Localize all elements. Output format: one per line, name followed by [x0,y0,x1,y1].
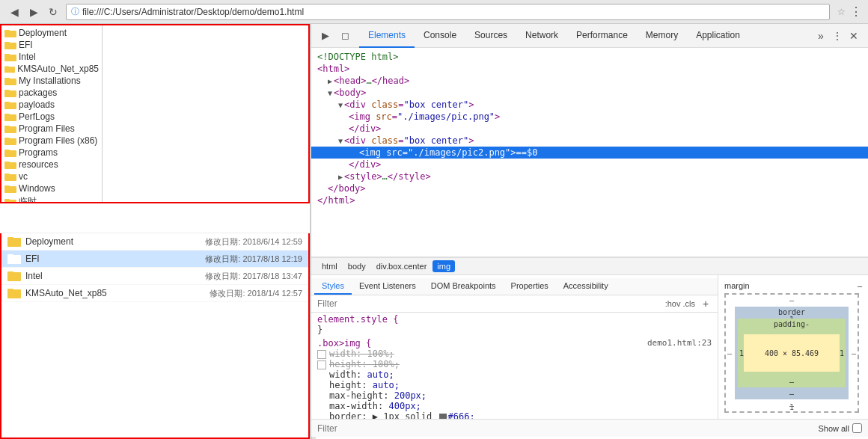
breadcrumb-item-div.box.center[interactable]: div.box.center [372,260,432,272]
html-tree-line[interactable]: <img src="./images/pic.png"> [311,111,868,123]
styles-tabs: StylesEvent ListenersDOM BreakpointsProp… [311,278,718,295]
margin-left: – [727,349,732,357]
html-tree: <!DOCTYPE html><html>▶ <head>…</head>▼ <… [311,48,868,257]
padding-right: 1 [840,349,844,357]
tab-memory[interactable]: Memory [637,24,687,48]
svg-rect-25 [4,174,10,176]
margin-right: – [852,349,856,357]
list-item[interactable]: KMSAuto_Net_xp85 修改日期: 2018/1/4 12:57 [1,285,308,302]
devtools-panel: ▶ ◻ ElementsConsoleSourcesNetworkPerform… [311,24,868,439]
list-item[interactable]: Deployment 修改日期: 2018/6/14 12:59 [1,233,308,251]
tree-item[interactable]: Programs [1,147,102,159]
html-tree-line[interactable]: <img src="./images/pic2.png"> == $0 [311,147,868,159]
styles-left: StylesEvent ListenersDOM BreakpointsProp… [311,275,718,419]
html-tree-line[interactable]: <html> [311,63,868,75]
svg-rect-7 [4,66,9,68]
devtools-content: <!DOCTYPE html><html>▶ <head>…</head>▼ <… [311,48,868,437]
nav-buttons: ◀ ▶ ↻ [6,4,61,20]
browser-chrome: ◀ ▶ ↻ ⓘ file:///C:/Users/Administrator/D… [0,0,868,24]
tree-item[interactable]: My Installations [1,75,102,87]
tree-item[interactable]: Program Files [1,123,102,135]
prop-checkbox-1[interactable] [317,350,326,359]
styles-tab-accessibility[interactable]: Accessibility [556,278,616,295]
padding-label: padding- [774,320,810,328]
list-item[interactable]: EFI 修改日期: 2017/8/18 12:19 [1,251,308,268]
tree-item[interactable]: resources [1,159,102,171]
styles-tab-properties[interactable]: Properties [504,278,556,295]
svg-rect-1 [4,30,10,32]
tree-item[interactable]: EFI [1,39,102,51]
html-tree-line[interactable]: </div> [311,159,868,171]
svg-rect-29 [4,199,10,201]
breadcrumb-item-html[interactable]: html [317,260,342,272]
tab-network[interactable]: Network [516,24,567,48]
detail-list: Deployment 修改日期: 2018/6/14 12:59 EFI 修改日… [1,233,308,438]
address-bar[interactable]: ⓘ file:///C:/Users/Administrator/Desktop… [66,4,830,20]
inspect-icon[interactable]: ▶ [317,28,334,44]
styles-tab-styles[interactable]: Styles [314,278,352,295]
filter-bar: :hov .cls + [311,295,718,313]
html-tree-line[interactable]: </body> [311,182,868,194]
box-model-diagram: – – – – border 1 padding- [724,293,859,413]
tree-item[interactable]: Deployment [1,27,102,39]
bottom-filter-bar: Show all [311,419,868,437]
tree-item[interactable]: Program Files (x86) [1,135,102,147]
svg-rect-33 [7,254,13,257]
svg-rect-19 [4,138,10,140]
tab-console[interactable]: Console [415,24,465,48]
forward-button[interactable]: ▶ [25,4,42,20]
style-source: demo1.html:23 [647,338,712,348]
tab-elements[interactable]: Elements [359,24,415,48]
tree-item[interactable]: KMSAuto_Net_xp85 [1,63,102,75]
tree-item[interactable]: PerfLogs [1,111,102,123]
breadcrumb-item-img[interactable]: img [433,260,455,272]
bottom-filter-input[interactable] [317,423,818,434]
prop-checkbox-2[interactable] [317,360,326,369]
style-rule-box-img: .box>img {demo1.html:23 width: 100%; hei… [311,337,718,419]
styles-filter-input[interactable] [317,298,665,309]
show-all-checkbox[interactable] [852,423,862,433]
settings-button[interactable]: ⋮ [829,28,846,44]
bookmark-icon[interactable]: ☆ [837,7,846,17]
tree-item[interactable]: vc [1,171,102,182]
devtools-toolbar: ▶ ◻ ElementsConsoleSourcesNetworkPerform… [311,24,868,48]
content-box: 400 × 85.469 [744,334,840,372]
styles-tab-dom-breakpoints[interactable]: DOM Breakpoints [424,278,504,295]
explorer-bottom: Deployment 修改日期: 2018/6/14 12:59 EFI 修改日… [0,233,310,439]
html-tree-line[interactable]: </html> [311,194,868,206]
show-all-label: Show all [818,424,849,433]
tree-item[interactable]: 临时 [1,194,102,202]
breadcrumb-item-body[interactable]: body [343,260,370,272]
devtools-tabs: ElementsConsoleSourcesNetworkPerformance… [359,24,813,48]
tree-item[interactable]: packages [1,87,102,99]
html-tree-line[interactable]: <!DOCTYPE html> [311,51,868,63]
html-tree-line[interactable]: ▶ <head>…</head> [311,75,868,87]
styles-tab-event-listeners[interactable]: Event Listeners [352,278,424,295]
tree-item[interactable]: Intel [1,51,102,63]
tree-panel: DeploymentEFIIntelKMSAuto_Net_xp85My Ins… [1,25,103,202]
device-icon[interactable]: ◻ [337,28,353,44]
html-tree-line[interactable]: ▼ <div class="box center"> [311,135,868,147]
svg-rect-3 [4,42,10,44]
svg-rect-15 [4,114,10,116]
padding-bottom: – [789,378,794,386]
tree-item[interactable]: Windows [1,182,102,194]
tree-item[interactable]: payloads [1,99,102,111]
svg-rect-9 [4,78,10,80]
refresh-button[interactable]: ↻ [45,4,61,20]
html-tree-line[interactable]: ▶ <style>…</style> [311,171,868,182]
menu-icon[interactable]: ⋮ [850,4,862,19]
tab-application[interactable]: Application [687,24,749,48]
content-size: 400 × 85.469 [765,349,819,358]
overflow-button[interactable]: » [813,28,829,44]
html-tree-line[interactable]: ▼ <div class="box center"> [311,99,868,111]
list-item[interactable]: Intel 修改日期: 2017/8/18 13:47 [1,268,308,285]
html-tree-line[interactable]: </div> [311,123,868,135]
back-button[interactable]: ◀ [6,4,22,20]
tab-sources[interactable]: Sources [465,24,516,48]
add-style-button[interactable]: + [700,298,712,310]
tab-performance[interactable]: Performance [567,24,637,48]
styles-area: StylesEvent ListenersDOM BreakpointsProp… [311,275,868,419]
close-devtools-button[interactable]: ✕ [846,28,862,44]
html-tree-line[interactable]: ▼ <body> [311,87,868,99]
